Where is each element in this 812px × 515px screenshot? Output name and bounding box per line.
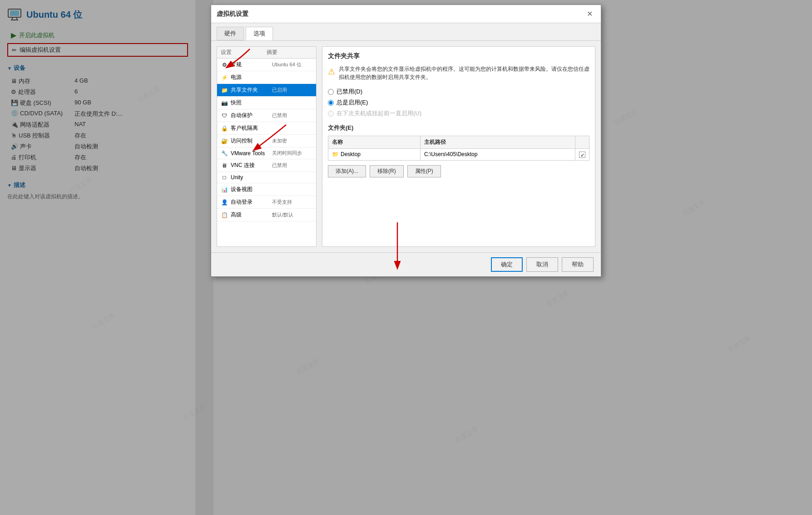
folder-col-path: 主机路径	[421, 136, 575, 149]
settings-item-icon: 🔒	[219, 125, 230, 132]
help-button[interactable]: 帮助	[562, 257, 594, 272]
settings-item-icon: 🛡	[219, 113, 230, 119]
settings-item-Unity[interactable]: □ Unity	[217, 172, 316, 183]
settings-item-自动保护[interactable]: 🛡 自动保护 已禁用	[217, 109, 316, 122]
settings-item-name: 常规	[230, 61, 272, 69]
settings-item-name: 客户机隔离	[230, 124, 272, 132]
folder-path: C:\Users\405\Desktop	[421, 149, 575, 161]
settings-item-name: 高级	[230, 211, 272, 219]
warning-text: 共享文件夹会将您的文件显示给虚拟机中的程序。这可能为您的计算机和数据带来风险。请…	[339, 65, 589, 81]
settings-item-name: 设备视图	[230, 186, 272, 193]
settings-item-icon: 🔐	[219, 138, 230, 144]
folder-icon: 📁	[332, 151, 339, 157]
ok-button[interactable]: 确定	[491, 257, 523, 272]
radio-always[interactable]: 总是启用(E)	[328, 98, 589, 107]
settings-item-icon: ⚡	[219, 74, 230, 81]
settings-item-设备视图[interactable]: 📊 设备视图	[217, 183, 316, 196]
settings-item-icon: 📊	[219, 186, 230, 193]
settings-item-name: VMware Tools	[230, 150, 272, 157]
settings-item-name: 快照	[230, 99, 272, 107]
folder-col-name: 名称	[328, 136, 421, 149]
dialog-footer: 确定 取消 帮助	[211, 252, 601, 276]
settings-item-高级[interactable]: 📋 高级 默认/默认	[217, 209, 316, 221]
settings-item-name: Unity	[230, 174, 272, 181]
settings-item-VMware-Tools[interactable]: 🔧 VMware Tools 关闭时间同步	[217, 147, 316, 159]
folder-table: 名称 主机路径 📁 Desk	[328, 136, 589, 161]
settings-item-summary: 未加密	[272, 137, 314, 144]
settings-item-icon: ⚙	[219, 62, 230, 68]
settings-item-name: 共享文件夹	[230, 86, 272, 94]
warning-icon: ⚠	[328, 66, 335, 81]
settings-item-常规[interactable]: ⚙ 常规 Ubuntu 64 位	[217, 59, 316, 71]
folder-enabled-checkbox[interactable]	[579, 152, 585, 158]
vm-settings-dialog: 虚拟机设置 ✕ 硬件 选项 设置 摘要 ⚙ 常规 Ubuntu 64 位	[211, 5, 601, 277]
settings-item-自动登录[interactable]: 👤 自动登录 不受支持	[217, 196, 316, 209]
settings-item-summary: 关闭时间同步	[272, 150, 314, 157]
settings-item-快照[interactable]: 📷 快照	[217, 97, 316, 109]
folder-name: Desktop	[341, 151, 361, 157]
tab-hardware[interactable]: 硬件	[217, 27, 244, 40]
right-panel: 文件夹共享 ⚠ 共享文件夹会将您的文件显示给虚拟机中的程序。这可能为您的计算机和…	[322, 46, 595, 247]
settings-list-header: 设置 摘要	[217, 47, 316, 59]
folder-section-title: 文件夹(E)	[328, 124, 589, 132]
folder-action-buttons: 添加(A)... 移除(R) 属性(P)	[328, 165, 589, 177]
settings-item-summary: 已禁用	[272, 162, 314, 169]
settings-item-icon: □	[219, 174, 230, 181]
folder-col-check	[575, 136, 589, 149]
settings-item-icon: 🔧	[219, 150, 230, 157]
settings-item-name: VNC 连接	[230, 162, 272, 169]
settings-item-name: 自动保护	[230, 112, 272, 119]
dialog-close-button[interactable]: ✕	[584, 9, 595, 19]
dialog-body: 设置 摘要 ⚙ 常规 Ubuntu 64 位 ⚡ 电源 📁 共享文件夹 已启用 …	[211, 41, 601, 252]
settings-item-访问控制[interactable]: 🔐 访问控制 未加密	[217, 135, 316, 147]
settings-item-icon: 📁	[219, 87, 230, 93]
settings-item-VNC-连接[interactable]: 🖥 VNC 连接 已禁用	[217, 159, 316, 172]
add-folder-button[interactable]: 添加(A)...	[328, 165, 366, 177]
settings-item-icon: 📷	[219, 100, 230, 106]
settings-item-summary: 默认/默认	[272, 211, 314, 218]
radio-group: 已禁用(D) 总是启用(E) 在下次关机或挂起前一直启用(U)	[328, 88, 589, 118]
radio-disabled[interactable]: 已禁用(D)	[328, 88, 589, 96]
settings-item-name: 自动登录	[230, 198, 272, 206]
tab-options[interactable]: 选项	[246, 27, 273, 40]
settings-item-summary: 不受支持	[272, 199, 314, 206]
dialog-backdrop: 虚拟机设置 ✕ 硬件 选项 设置 摘要 ⚙ 常规 Ubuntu 64 位	[0, 0, 812, 515]
folder-section: 文件夹(E) 名称 主机路径	[328, 124, 589, 177]
settings-item-icon: 📋	[219, 212, 230, 218]
dialog-title: 虚拟机设置	[217, 10, 248, 18]
cancel-button[interactable]: 取消	[526, 257, 558, 272]
settings-item-客户机隔离[interactable]: 🔒 客户机隔离	[217, 122, 316, 135]
settings-item-电源[interactable]: ⚡ 电源	[217, 71, 316, 84]
folder-row: 📁 Desktop C:\Users\405\Desktop	[328, 149, 589, 161]
folder-props-button[interactable]: 属性(P)	[407, 165, 441, 177]
settings-item-name: 电源	[230, 74, 272, 81]
remove-folder-button[interactable]: 移除(R)	[370, 165, 404, 177]
settings-item-summary: 已禁用	[272, 112, 314, 119]
settings-item-summary: 已启用	[272, 87, 314, 93]
settings-item-icon: 🖥	[219, 162, 230, 169]
settings-item-name: 访问控制	[230, 137, 272, 145]
settings-item-summary: Ubuntu 64 位	[272, 61, 314, 68]
warning-box: ⚠ 共享文件夹会将您的文件显示给虚拟机中的程序。这可能为您的计算机和数据带来风险…	[328, 65, 589, 81]
dialog-titlebar: 虚拟机设置 ✕	[211, 5, 601, 23]
settings-item-icon: 👤	[219, 199, 230, 206]
right-panel-title: 文件夹共享	[328, 52, 589, 60]
radio-until-shutdown[interactable]: 在下次关机或挂起前一直启用(U)	[328, 109, 589, 118]
dialog-tabs: 硬件 选项	[211, 23, 601, 41]
settings-list: 设置 摘要 ⚙ 常规 Ubuntu 64 位 ⚡ 电源 📁 共享文件夹 已启用 …	[217, 46, 317, 247]
settings-item-共享文件夹[interactable]: 📁 共享文件夹 已启用	[217, 84, 316, 97]
